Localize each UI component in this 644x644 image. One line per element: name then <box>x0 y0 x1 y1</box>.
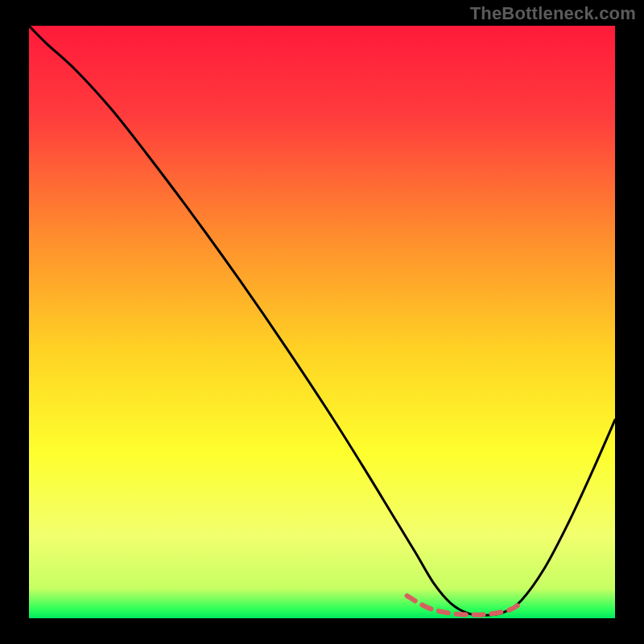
bottleneck-chart <box>0 0 644 644</box>
chart-frame: TheBottleneck.com <box>0 0 644 644</box>
watermark-text: TheBottleneck.com <box>470 3 636 24</box>
